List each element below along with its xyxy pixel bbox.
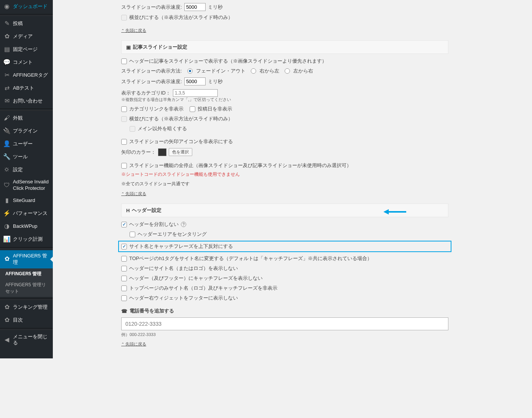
backwpup-icon: ◑ — [3, 223, 11, 230]
sidebar-item-siteguard[interactable]: ▮SiteGuard — [0, 194, 53, 207]
hide-date-checkbox[interactable] — [190, 106, 195, 112]
change-h1-checkbox[interactable] — [121, 256, 127, 262]
show-in-header-label: ヘッダーに記事をスライドショーで表示する（※画像スライドショーより優先されます） — [129, 58, 327, 65]
slideshow-speed-input[interactable] — [184, 3, 206, 11]
sidebar-item-performance[interactable]: ⚡パフォーマンス — [0, 207, 53, 220]
hide-catch-checkbox[interactable] — [121, 276, 127, 281]
select-color-button[interactable]: 色を選択 — [169, 148, 192, 156]
center-checkbox[interactable] — [130, 232, 135, 237]
sidebar-item-pages[interactable]: ▤固定ページ — [0, 43, 53, 56]
affinger5-submenu: AFFINGER5 管理AFFINGER5 管理リセット — [0, 268, 53, 297]
sidebar-item-tools[interactable]: 🔧ツール — [0, 150, 53, 163]
sidebar-item-users[interactable]: 👤ユーザー — [0, 137, 53, 150]
sidebar-item-label: クリック計測 — [13, 236, 43, 243]
hide-widget-label: ヘッダー右ウィジェットをフッターに表示しない — [129, 295, 238, 301]
stop-all-warn: ※ショートコードのスライドショー機能も使用できません — [121, 171, 240, 178]
sidebar-item-media[interactable]: ✿メディア — [0, 30, 53, 43]
affinger-tags-icon: ✂ — [3, 71, 11, 79]
sidebar-item-label: AFFINGERタグ — [13, 72, 48, 79]
stop-all-hint: ※全てのスライドショー共通です — [121, 181, 448, 187]
phone-input[interactable] — [121, 317, 448, 330]
sidebar-item-label: ダッシュボード — [13, 3, 48, 10]
horizontal-label: 横並びにする（※表示方法がスライド時のみ） — [129, 14, 233, 21]
arrow-color-label: 矢印のカラー： — [121, 149, 156, 156]
sidebar-item-settings[interactable]: ⛭設定 — [0, 163, 53, 176]
sidebar-item-comments[interactable]: 💬コメント — [0, 56, 53, 69]
tools-icon: 🔧 — [3, 153, 11, 161]
appearance-icon: 🖌 — [3, 114, 11, 122]
sidebar-item-affinger5-admin[interactable]: ✿AFFINGER5 管理 — [0, 250, 53, 268]
change-h1-label: TOPページのh1タグをサイト名に変更する（デフォルトは「キャッチフレーズ」※共… — [129, 255, 372, 262]
no-split-label: ヘッダーを分割しない — [129, 221, 179, 228]
sidebar-item-ab-test[interactable]: ⇄ABテスト — [0, 82, 53, 95]
submenu-item-admin-reset[interactable]: AFFINGER5 管理リセット — [0, 279, 53, 297]
article-horizontal-checkbox[interactable] — [121, 116, 127, 122]
sidebar-item-collapse[interactable]: ◀メニューを閉じる — [0, 331, 53, 349]
siteguard-icon: ▮ — [3, 197, 11, 205]
sidebar-item-dashboard[interactable]: ◉ダッシュボード — [0, 0, 53, 13]
admin-sidebar: ◉ダッシュボード✎投稿✿メディア▤固定ページ💬コメント✂AFFINGERタグ⇄A… — [0, 0, 53, 358]
sidebar-item-toc[interactable]: ✿目次 — [0, 314, 53, 327]
sidebar-item-label: プラグイン — [13, 128, 38, 134]
sidebar-item-label: 投稿 — [13, 21, 23, 27]
click-tracking-icon: 📊 — [3, 236, 11, 243]
back-to-top-link[interactable]: 先頭に戻る — [121, 28, 146, 33]
sidebar-item-label: 目次 — [13, 317, 23, 323]
submenu-item-admin[interactable]: AFFINGER5 管理 — [0, 268, 53, 279]
help-icon[interactable]: ? — [181, 222, 186, 227]
content-area: スライドショーの表示速度: ミリ秒 横並びにする（※表示方法がスライド時のみ） … — [53, 0, 456, 358]
radio-rtl[interactable] — [251, 68, 256, 74]
back-to-top-link-3[interactable]: 先頭に戻る — [121, 341, 146, 347]
hide-top-title-checkbox[interactable] — [121, 286, 127, 291]
sidebar-item-contact[interactable]: ✉お問い合わせ — [0, 95, 53, 107]
sidebar-item-posts[interactable]: ✎投稿 — [0, 17, 53, 30]
cat-label: 表示するカテゴリID： — [121, 90, 171, 96]
sidebar-item-label: メディア — [13, 33, 33, 40]
sidebar-item-label: SiteGuard — [13, 197, 35, 204]
hide-date-label: 投稿日を非表示 — [198, 106, 232, 112]
video-icon: ▣ — [126, 44, 131, 50]
sidebar-item-click-tracking[interactable]: 📊クリック計測 — [0, 233, 53, 246]
sidebar-item-label: AdSense Invalid Click Protector — [13, 179, 50, 192]
sidebar-item-ranking[interactable]: ✿ランキング管理 — [0, 301, 53, 314]
hide-title-label: ヘッダーにサイト名（またはロゴ）を表示しない — [129, 265, 238, 272]
sidebar-item-label: AFFINGER5 管理 — [13, 253, 50, 266]
sidebar-item-backwpup[interactable]: ◑BackWPup — [0, 220, 53, 233]
horizontal-checkbox[interactable] — [121, 15, 127, 21]
ranking-icon: ✿ — [3, 304, 11, 311]
hide-catlink-checkbox[interactable] — [121, 106, 127, 112]
svg-marker-1 — [383, 209, 389, 215]
back-to-top-link-2[interactable]: 先頭に戻る — [121, 191, 146, 197]
show-in-header-checkbox[interactable] — [121, 58, 127, 64]
article-ms-label: ミリ秒 — [208, 78, 223, 85]
hide-title-checkbox[interactable] — [121, 266, 127, 271]
hide-catlink-label: カテゴリリンクを非表示 — [129, 106, 184, 112]
no-split-checkbox[interactable] — [121, 222, 127, 227]
stop-all-label: スライドショー機能の全停止（画像スライドショー及び記事スライドショーが未使用時の… — [129, 162, 352, 169]
radio-ltr[interactable] — [285, 68, 290, 74]
sidebar-item-label: メニューを閉じる — [13, 334, 50, 347]
radio-fade[interactable] — [187, 68, 193, 74]
swap-label: サイト名とキャッチフレーズを上下反対にする — [129, 243, 233, 250]
arrow-color-swatch[interactable] — [158, 148, 166, 156]
sidebar-item-affinger-tags[interactable]: ✂AFFINGERタグ — [0, 69, 53, 82]
sidebar-item-plugins[interactable]: 🔌プラグイン — [0, 125, 53, 137]
ms-label: ミリ秒 — [208, 4, 223, 11]
ab-test-icon: ⇄ — [3, 84, 11, 92]
sidebar-item-appearance[interactable]: 🖌外観 — [0, 112, 53, 125]
sidebar-item-label: 設定 — [13, 167, 23, 173]
article-speed-input[interactable] — [184, 77, 206, 85]
method-ltr-label: 左から右 — [293, 68, 313, 74]
hide-widget-checkbox[interactable] — [121, 295, 127, 301]
swap-checkbox[interactable] — [121, 244, 127, 249]
dim-others-checkbox[interactable] — [130, 126, 135, 132]
stop-all-checkbox[interactable] — [121, 163, 127, 169]
sidebar-item-label: 外観 — [13, 115, 23, 121]
cat-hint: ※複数指定する場合は半角カンマ「,」で区切ってください — [121, 97, 448, 103]
sidebar-item-adsense-icp[interactable]: 🛡AdSense Invalid Click Protector — [0, 176, 53, 194]
cat-id-input[interactable] — [173, 89, 218, 97]
adsense-icp-icon: 🛡 — [3, 181, 11, 189]
hide-arrow-checkbox[interactable] — [121, 139, 127, 145]
method-fade-label: フェードイン・アウト — [196, 68, 245, 74]
plugins-icon: 🔌 — [3, 127, 11, 135]
